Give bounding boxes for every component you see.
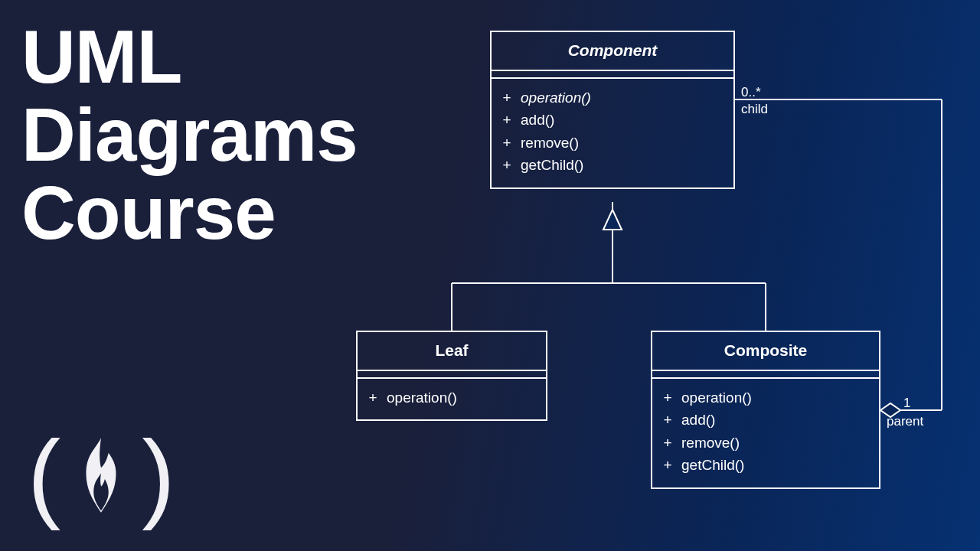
course-title: UML Diagrams Course (21, 18, 358, 253)
assoc-child-mult: 0..* (741, 84, 761, 100)
flame-icon (71, 435, 131, 515)
class-separator (652, 371, 879, 379)
title-line-2: Diagrams (21, 96, 358, 174)
class-operations: +operation() (358, 379, 546, 419)
class-separator (492, 71, 733, 79)
class-operations: +operation() +add() +remove() +getChild(… (652, 379, 879, 487)
close-paren-icon: ) (142, 425, 175, 525)
title-line-3: Course (21, 174, 358, 253)
uml-class-composite: Composite +operation() +add() +remove() … (651, 331, 880, 489)
open-paren-icon: ( (28, 425, 60, 525)
uml-class-leaf: Leaf +operation() (356, 331, 547, 421)
assoc-parent-mult: 1 (903, 395, 910, 411)
class-separator (358, 371, 546, 379)
assoc-child-role: child (741, 101, 768, 117)
class-operations: +operation() +add() +remove() +getChild(… (492, 79, 733, 187)
class-name: Leaf (358, 332, 546, 371)
svg-marker-1 (603, 210, 622, 230)
title-line-1: UML (21, 18, 358, 96)
assoc-parent-role: parent (887, 413, 923, 429)
uml-class-component: Component +operation() +add() +remove() … (490, 31, 735, 189)
class-name: Component (492, 32, 733, 71)
brand-logo: ( ) (28, 425, 175, 525)
class-name: Composite (652, 332, 879, 371)
